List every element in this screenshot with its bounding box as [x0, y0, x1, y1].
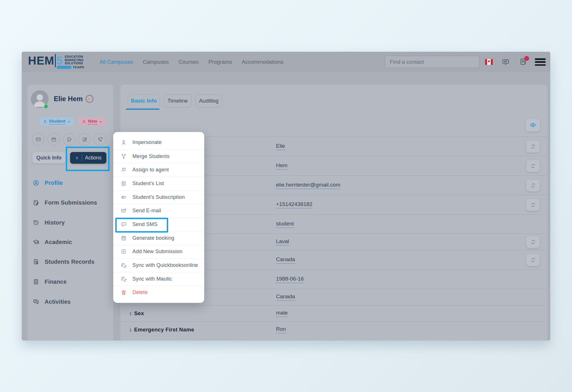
field-value[interactable]: Elie: [276, 143, 285, 150]
menu-item-sync-mautic[interactable]: Sync with Mautic: [113, 272, 204, 286]
person-check-icon: [82, 119, 86, 124]
sync-icon: [530, 202, 536, 208]
activities-icon: [33, 298, 39, 305]
search-input[interactable]: [385, 56, 479, 68]
sync-button[interactable]: [526, 160, 540, 172]
menu-item-assign-to-agent[interactable]: Assign to agent: [113, 163, 204, 177]
field-value[interactable]: Ron: [276, 326, 286, 333]
nav-item-programs[interactable]: Programs: [208, 59, 232, 65]
tab-auditlog[interactable]: Auditlog: [195, 94, 222, 107]
sidebar-item-form-submissions[interactable]: Form Submissions: [33, 197, 97, 208]
visibility-button[interactable]: [526, 119, 540, 131]
active-tab-underline: [126, 109, 160, 110]
quick-info-button[interactable]: Quick Info: [32, 152, 65, 163]
notifications-icon[interactable]: [519, 58, 527, 66]
logo-text-main: HEM: [28, 54, 54, 67]
field-value[interactable]: Canada: [276, 256, 295, 264]
field-row-emergency-first-name: ↕ Emergency First Name Ron: [120, 321, 547, 338]
menu-item-students-subscription[interactable]: Student's Subscription: [113, 190, 204, 204]
sync-button[interactable]: [526, 254, 540, 266]
field-value[interactable]: Canada: [276, 293, 295, 301]
profile-icon: [33, 179, 39, 186]
sync-button[interactable]: [526, 236, 540, 248]
menu-item-merge-students[interactable]: Merge Students: [113, 149, 204, 163]
calendar-icon: [51, 137, 57, 142]
field-row-sex: ↕ Sex male: [120, 305, 547, 321]
actions-button[interactable]: Actions: [70, 152, 106, 164]
actions-dropdown-menu: Impersonate Merge Students Assign to age…: [113, 132, 204, 303]
sidebar-item-academic[interactable]: Academic: [33, 236, 72, 248]
chat-dots-icon: [66, 137, 72, 142]
app-window: HEM 5 EDUCATION MARKETING SOLUTIONS YEAR…: [22, 52, 550, 341]
menu-item-send-email[interactable]: Send E-mail: [113, 204, 204, 217]
mail-plus-icon: [121, 208, 127, 214]
email-button[interactable]: [32, 133, 44, 145]
nav-item-accommodations[interactable]: Accommodations: [242, 59, 283, 65]
tab-timeline[interactable]: Timeline: [164, 94, 191, 107]
student-badge[interactable]: Student: [39, 117, 74, 126]
menu-item-delete[interactable]: Delete: [113, 286, 204, 299]
tab-basic-info[interactable]: Basic Info: [128, 94, 160, 107]
sync-database-icon: [121, 276, 127, 282]
sort-updown-icon[interactable]: ↕: [129, 311, 132, 317]
menu-item-add-new-submission[interactable]: Add New Submission: [113, 245, 204, 259]
online-status-dot: [44, 105, 48, 108]
canada-flag-icon[interactable]: [485, 59, 493, 65]
menu-item-generate-booking[interactable]: Generate booking: [113, 231, 204, 245]
merge-icon: [121, 153, 127, 159]
phone-button[interactable]: [94, 133, 106, 145]
hamburger-menu-icon[interactable]: [535, 58, 546, 66]
sync-database-icon: [121, 262, 127, 268]
eye-icon: [529, 121, 537, 129]
field-value[interactable]: 1988-06-16: [276, 276, 304, 283]
sync-button[interactable]: [526, 141, 540, 153]
main-nav: All Campuses Campuses Courses Programs A…: [100, 52, 283, 72]
calendar-button[interactable]: [47, 133, 60, 145]
chevron-down-icon: [99, 120, 102, 123]
edit-button[interactable]: [78, 133, 91, 145]
field-label: Emergency First Name: [134, 327, 194, 333]
list-icon: [121, 181, 127, 187]
sync-button[interactable]: [526, 179, 540, 191]
booking-calendar-icon: [121, 235, 127, 241]
field-value[interactable]: +15142438182: [276, 201, 312, 209]
sync-icon: [530, 257, 536, 263]
plus-square-icon: [121, 249, 127, 255]
field-value[interactable]: male: [276, 310, 288, 317]
sidebar-item-profile[interactable]: Profile: [33, 177, 63, 189]
field-value[interactable]: Hem: [276, 162, 287, 170]
sidebar-item-activities[interactable]: Activities: [33, 296, 71, 307]
field-value[interactable]: elie.hemtester@gmail.com: [276, 182, 340, 189]
menu-item-impersonate[interactable]: Impersonate: [113, 136, 204, 149]
menu-item-send-sms[interactable]: Send SMS: [113, 217, 204, 231]
academic-icon: [33, 239, 39, 245]
comment-icon[interactable]: [502, 58, 510, 66]
field-value[interactable]: Laval: [276, 238, 289, 246]
mautic-badge-icon: [86, 95, 94, 103]
subscription-toggle-icon: [121, 194, 127, 200]
field-value[interactable]: student: [276, 221, 294, 228]
nav-item-courses[interactable]: Courses: [178, 59, 199, 65]
logo-tagline: EDUCATION MARKETING SOLUTIONS: [65, 55, 84, 65]
student-name: Elie Hem: [54, 95, 94, 103]
new-badge[interactable]: New: [79, 117, 106, 126]
nav-item-all-campuses[interactable]: All Campuses: [100, 59, 133, 65]
menu-item-sync-quickbooksonline[interactable]: Sync with Quickbooksonline: [113, 258, 204, 272]
person-icon: [43, 119, 47, 124]
nav-item-campuses[interactable]: Campuses: [143, 59, 169, 65]
sidebar-item-finance[interactable]: Finance: [33, 276, 67, 287]
finance-icon: [33, 278, 39, 285]
sidebar-item-history[interactable]: History: [33, 217, 65, 228]
field-label: Sex: [134, 310, 144, 317]
chat-button[interactable]: [63, 133, 75, 145]
status-badges: Student New: [39, 117, 106, 126]
years-pill: [57, 66, 72, 69]
form-submissions-icon: [33, 199, 39, 206]
sync-icon: [530, 144, 536, 149]
sync-button[interactable]: [526, 199, 540, 211]
menu-item-students-list[interactable]: Student's List: [113, 177, 204, 190]
sort-updown-icon[interactable]: ↕: [129, 327, 132, 333]
chevron-right-icon: [75, 156, 79, 160]
students-records-icon: [33, 258, 39, 265]
sidebar-item-students-records[interactable]: Students Records: [33, 256, 94, 267]
